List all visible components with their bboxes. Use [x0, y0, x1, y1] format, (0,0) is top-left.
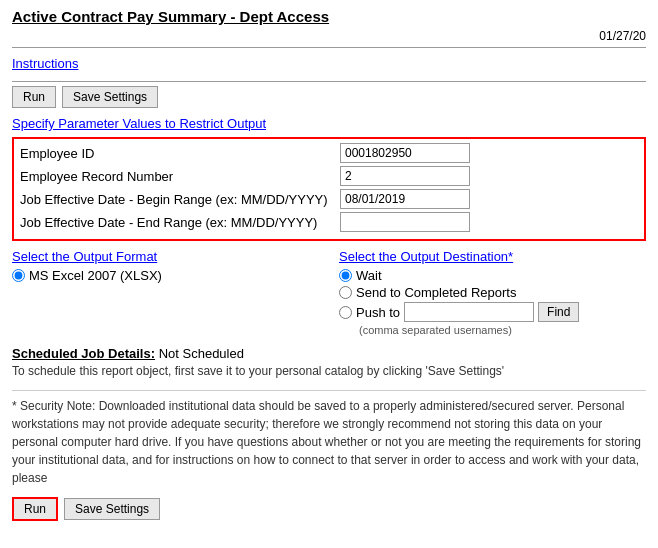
output-format-col: Select the Output Format MS Excel 2007 (… — [12, 249, 319, 336]
divider-top — [12, 47, 646, 48]
param-label-end-date: Job Effective Date - End Range (ex: MM/D… — [20, 215, 340, 230]
param-label-begin-date: Job Effective Date - Begin Range (ex: MM… — [20, 192, 340, 207]
scheduled-desc: To schedule this report object, first sa… — [12, 363, 646, 380]
find-button[interactable]: Find — [538, 302, 579, 322]
param-input-employee-record[interactable] — [340, 166, 470, 186]
comma-hint: (comma separated usernames) — [359, 324, 646, 336]
date-display: 01/27/20 — [12, 29, 646, 43]
param-row-employee-id: Employee ID — [20, 143, 638, 163]
dest-radio-wait[interactable] — [339, 269, 352, 282]
param-input-employee-id[interactable] — [340, 143, 470, 163]
params-table: Employee ID Employee Record Number Job E… — [12, 137, 646, 241]
param-row-begin-date: Job Effective Date - Begin Range (ex: MM… — [20, 189, 638, 209]
run-button-top[interactable]: Run — [12, 86, 56, 108]
dest-label-wait: Wait — [356, 268, 382, 283]
divider-mid — [12, 81, 646, 82]
output-format-title[interactable]: Select the Output Format — [12, 249, 319, 264]
instructions-link[interactable]: Instructions — [12, 56, 78, 71]
dest-radio-completed[interactable] — [339, 286, 352, 299]
param-row-end-date: Job Effective Date - End Range (ex: MM/D… — [20, 212, 638, 232]
param-label-employee-id: Employee ID — [20, 146, 340, 161]
dest-label-completed: Send to Completed Reports — [356, 285, 516, 300]
param-row-employee-record: Employee Record Number — [20, 166, 638, 186]
dest-option-completed: Send to Completed Reports — [339, 285, 646, 300]
format-option-xlsx: MS Excel 2007 (XLSX) — [12, 268, 319, 283]
scheduled-status: Not Scheduled — [159, 346, 244, 361]
scheduled-section: Scheduled Job Details: Not Scheduled To … — [12, 346, 646, 380]
param-input-end-date[interactable] — [340, 212, 470, 232]
dest-option-wait: Wait — [339, 268, 646, 283]
top-toolbar: Run Save Settings — [12, 86, 646, 108]
push-to-input[interactable] — [404, 302, 534, 322]
run-button-bottom[interactable]: Run — [12, 497, 58, 521]
param-label-employee-record: Employee Record Number — [20, 169, 340, 184]
save-settings-button-bottom[interactable]: Save Settings — [64, 498, 160, 520]
format-label-xlsx: MS Excel 2007 (XLSX) — [29, 268, 162, 283]
dest-label-push-to: Push to — [356, 305, 400, 320]
page-title: Active Contract Pay Summary - Dept Acces… — [12, 8, 646, 25]
format-radio-xlsx[interactable] — [12, 269, 25, 282]
output-dest-title[interactable]: Select the Output Destination* — [339, 249, 646, 264]
bottom-toolbar: Run Save Settings — [12, 497, 646, 521]
save-settings-button-top[interactable]: Save Settings — [62, 86, 158, 108]
scheduled-title: Scheduled Job Details: — [12, 346, 155, 361]
output-destination-col: Select the Output Destination* Wait Send… — [339, 249, 646, 336]
two-col-section: Select the Output Format MS Excel 2007 (… — [12, 249, 646, 336]
dest-option-push-to: Push to Find — [339, 302, 646, 322]
params-section-title[interactable]: Specify Parameter Values to Restrict Out… — [12, 116, 646, 131]
dest-radio-push-to[interactable] — [339, 306, 352, 319]
security-note: * Security Note: Downloaded institutiona… — [12, 390, 646, 487]
param-input-begin-date[interactable] — [340, 189, 470, 209]
